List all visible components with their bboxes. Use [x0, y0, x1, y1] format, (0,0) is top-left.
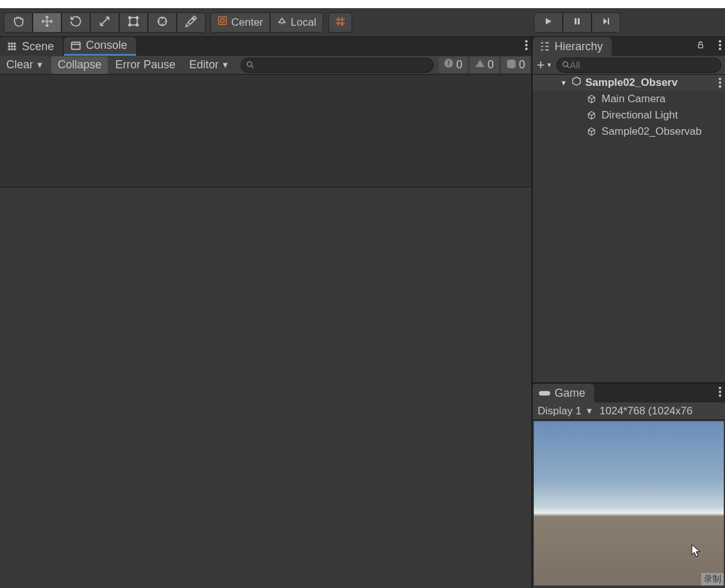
rotate-icon [70, 15, 82, 30]
scene-name: Sample02_Observ [558, 76, 725, 89]
lock-button[interactable] [696, 41, 705, 52]
game-tabbar: Game [533, 384, 725, 402]
hand-icon [12, 15, 24, 30]
pivot-mode-button[interactable]: Center [211, 13, 270, 33]
rotate-tool[interactable] [61, 13, 90, 33]
hierarchy-item-label: Directional Light [602, 109, 678, 122]
wrench-icon [185, 15, 197, 30]
gameobject-icon [587, 110, 597, 120]
svg-rect-16 [699, 45, 703, 48]
warn-count-value: 0 [488, 58, 494, 71]
scale-tool[interactable] [90, 13, 119, 33]
plus-icon: + [537, 57, 545, 73]
left-panel: Scene Console Clear ▼ Collapse Error Pau… [0, 37, 533, 588]
search-icon [246, 60, 254, 71]
gameobject-icon [587, 94, 597, 104]
hierarchy-panel: Hierarchy +▼ ▼ Sample02_Observ [533, 37, 725, 382]
hierarchy-item[interactable]: Sample02_Observab [533, 123, 725, 140]
error-count-value: 0 [519, 58, 525, 71]
console-info-count[interactable]: !0 [439, 57, 467, 73]
tab-console[interactable]: Console [64, 37, 136, 56]
play-controls [534, 13, 620, 33]
tab-hierarchy-label: Hierarchy [555, 40, 603, 53]
svg-point-17 [563, 61, 568, 66]
step-button[interactable] [592, 13, 620, 33]
move-tool[interactable] [33, 13, 61, 33]
hierarchy-tree[interactable]: ▼ Sample02_Observ Main Camera Directiona… [533, 75, 725, 382]
svg-point-8 [281, 22, 283, 24]
tab-game[interactable]: Game [533, 384, 594, 402]
console-collapse-toggle[interactable]: Collapse [51, 56, 108, 74]
console-icon [70, 40, 81, 51]
hand-tool[interactable] [4, 13, 33, 33]
error-icon [506, 58, 516, 71]
kebab-icon [719, 78, 721, 88]
panel-menu-button[interactable] [525, 40, 528, 50]
hierarchy-search[interactable] [556, 58, 721, 73]
svg-rect-9 [575, 18, 576, 24]
svg-rect-18 [539, 391, 550, 395]
game-panel: Game Display 1 ▼ 1024*768 (1024x76 录制 [533, 382, 725, 588]
transform-tool-group [4, 13, 206, 33]
svg-point-6 [221, 19, 224, 23]
game-toolbar: Display 1 ▼ 1024*768 (1024x76 [533, 402, 725, 420]
display-dropdown[interactable]: Display 1 ▼ [538, 405, 593, 417]
console-body [0, 75, 531, 588]
foldout-arrow-icon[interactable]: ▼ [560, 79, 567, 87]
hierarchy-item[interactable]: Main Camera [533, 91, 725, 107]
center-icon [217, 16, 227, 29]
transform-icon [156, 15, 169, 30]
info-icon: ! [444, 58, 454, 71]
grid-snap-button[interactable] [328, 13, 352, 33]
pause-button[interactable] [563, 13, 592, 33]
console-search-input[interactable] [254, 60, 428, 70]
pause-icon [573, 17, 582, 28]
game-viewport-wrap: 录制 [533, 420, 725, 588]
hierarchy-create-button[interactable]: +▼ [536, 58, 553, 73]
chevron-down-icon: ▼ [585, 406, 593, 416]
console-search[interactable] [241, 58, 434, 73]
pivot-group: Center Local [211, 13, 323, 33]
hierarchy-search-input[interactable] [570, 60, 716, 70]
search-icon [562, 60, 570, 71]
rect-tool[interactable] [119, 13, 148, 33]
game-icon [539, 387, 550, 399]
transform-tool[interactable] [148, 13, 177, 33]
hierarchy-item[interactable]: Directional Light [533, 107, 725, 123]
handle-label: Local [291, 16, 316, 29]
scene-item-menu [719, 78, 721, 88]
hierarchy-item-label: Sample02_Observab [602, 125, 702, 138]
svg-point-13 [247, 61, 252, 66]
console-warn-count[interactable]: 0 [470, 57, 499, 73]
svg-rect-10 [578, 18, 580, 24]
resolution-dropdown[interactable]: 1024*768 (1024x76 [600, 405, 692, 417]
play-button[interactable] [534, 13, 563, 33]
resolution-label: 1024*768 (1024x76 [600, 405, 692, 417]
svg-point-2 [136, 16, 138, 18]
scene-icon [6, 41, 18, 52]
step-icon [602, 17, 610, 28]
console-error-count[interactable]: 0 [501, 57, 530, 73]
scale-icon [98, 15, 111, 30]
game-panel-menu[interactable] [719, 387, 721, 397]
console-error-pause-toggle[interactable]: Error Pause [109, 56, 182, 74]
hierarchy-scene-row[interactable]: ▼ Sample02_Observ [533, 75, 725, 91]
scene-console-tabbar: Scene Console [0, 37, 531, 56]
tab-scene[interactable]: Scene [0, 37, 63, 56]
hierarchy-panel-menu[interactable] [719, 40, 721, 50]
custom-tool[interactable] [177, 13, 206, 33]
console-message-list[interactable] [0, 75, 531, 187]
svg-point-3 [129, 24, 131, 26]
handle-rotation-button[interactable]: Local [270, 13, 323, 33]
right-panel: Hierarchy +▼ ▼ Sample02_Observ [533, 37, 725, 588]
clear-label: Clear [6, 58, 33, 71]
svg-rect-12 [71, 42, 80, 49]
chevron-down-icon: ▼ [221, 60, 229, 70]
hierarchy-icon [539, 41, 550, 52]
game-viewport[interactable]: 录制 [534, 421, 724, 585]
console-clear-button[interactable]: Clear ▼ [0, 56, 50, 74]
console-detail-pane[interactable] [0, 187, 531, 588]
console-editor-dropdown[interactable]: Editor ▼ [183, 56, 236, 74]
tab-hierarchy[interactable]: Hierarchy [533, 37, 612, 56]
tab-scene-label: Scene [22, 40, 54, 53]
